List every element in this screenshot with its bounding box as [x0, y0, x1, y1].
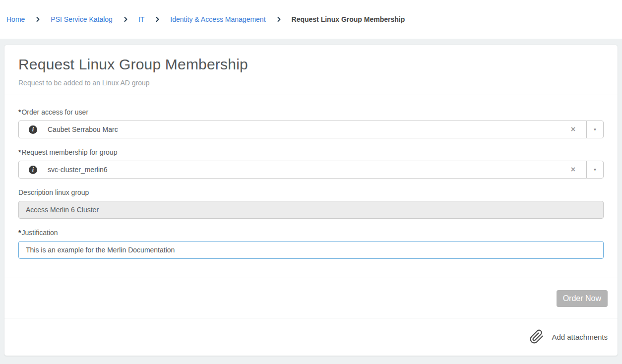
page-title: Request Linux Group Membership: [18, 56, 604, 73]
info-icon[interactable]: i: [29, 166, 37, 174]
chevron-right-icon: [35, 16, 41, 22]
chevron-down-icon: ▼: [593, 127, 597, 132]
clear-icon[interactable]: ×: [569, 125, 577, 133]
field-justification: *Justification: [18, 229, 604, 259]
field-order-access-for-user: *Order access for user i Caubet Serrabou…: [18, 108, 604, 138]
order-access-label-text: Order access for user: [21, 108, 88, 116]
breadcrumb-item-service-katalog[interactable]: PSI Service Katalog: [51, 15, 113, 23]
group-picker[interactable]: i svc-cluster_merlin6 ×: [18, 161, 587, 179]
justification-label-text: Justification: [21, 229, 58, 237]
order-now-button[interactable]: Order Now: [557, 290, 608, 307]
chevron-down-icon: ▼: [593, 168, 597, 172]
attachments-section: Add attachments: [4, 318, 618, 356]
order-access-dropdown-toggle[interactable]: ▼: [586, 121, 604, 138]
chevron-right-icon: [276, 16, 282, 22]
justification-input[interactable]: [18, 241, 604, 259]
page-subtitle: Request to be added to an Linux AD group: [18, 79, 604, 87]
breadcrumb-item-it[interactable]: IT: [138, 15, 144, 23]
order-access-picker[interactable]: i Caubet Serrabou Marc ×: [18, 121, 587, 138]
description-label-text: Description linux group: [18, 188, 89, 196]
description-input: [18, 201, 604, 219]
field-description-linux-group: Description linux group: [18, 188, 604, 219]
group-label: *Request membership for group: [18, 148, 604, 156]
group-label-text: Request membership for group: [21, 148, 117, 156]
breadcrumb-bar: Home PSI Service Katalog IT Identity & A…: [0, 0, 622, 39]
order-access-combobox: i Caubet Serrabou Marc × ▼: [18, 121, 604, 138]
card-header: Request Linux Group Membership Request t…: [4, 45, 618, 95]
catalog-item-card: Request Linux Group Membership Request t…: [4, 45, 618, 356]
group-dropdown-toggle[interactable]: ▼: [586, 161, 604, 179]
chevron-right-icon: [154, 16, 160, 22]
paperclip-icon[interactable]: [529, 329, 544, 344]
required-marker: *: [18, 229, 21, 237]
request-form: *Order access for user i Caubet Serrabou…: [4, 95, 618, 278]
field-request-membership-group: *Request membership for group i svc-clus…: [18, 148, 604, 179]
breadcrumb-item-home[interactable]: Home: [6, 15, 25, 23]
order-access-value: Caubet Serrabou Marc: [48, 125, 569, 133]
required-marker: *: [18, 148, 21, 156]
breadcrumb-current: Request Linux Group Membership: [292, 15, 405, 23]
clear-icon[interactable]: ×: [569, 166, 577, 174]
info-icon[interactable]: i: [29, 125, 37, 134]
chevron-right-icon: [123, 16, 128, 22]
group-value: svc-cluster_merlin6: [48, 166, 569, 174]
order-access-label: *Order access for user: [18, 108, 604, 116]
page: Home PSI Service Katalog IT Identity & A…: [0, 0, 622, 356]
justification-label: *Justification: [18, 229, 604, 237]
required-marker: *: [18, 108, 21, 116]
order-section: Order Now: [4, 278, 618, 318]
group-combobox: i svc-cluster_merlin6 × ▼: [18, 161, 604, 179]
breadcrumb-item-iam[interactable]: Identity & Access Management: [170, 15, 265, 23]
breadcrumb: Home PSI Service Katalog IT Identity & A…: [6, 15, 405, 23]
add-attachments-link[interactable]: Add attachments: [552, 333, 608, 341]
description-label: Description linux group: [18, 188, 604, 196]
